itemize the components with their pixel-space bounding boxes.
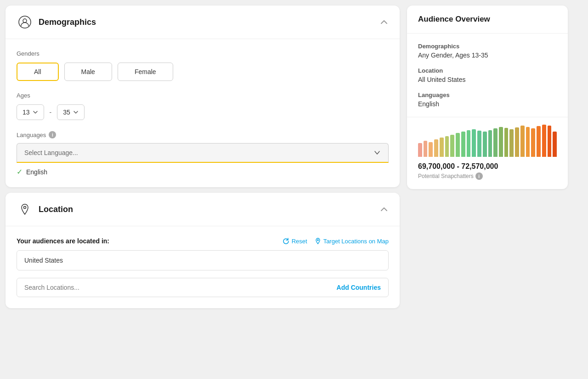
- languages-section: Languages i Select Language... ✓ English: [17, 131, 389, 176]
- chart-bar: [504, 128, 509, 157]
- search-location-wrapper[interactable]: Add Countries: [17, 278, 389, 297]
- chart-bar: [553, 132, 557, 157]
- audience-details: Demographics Any Gender, Ages 13-35 Loca…: [407, 34, 568, 117]
- svg-point-1: [23, 19, 27, 23]
- location-card: Location Your audiences are located in:: [6, 193, 400, 308]
- audience-location-value: All United States: [418, 76, 557, 83]
- chart-bar: [515, 127, 519, 157]
- demographics-header: Demographics: [6, 6, 400, 39]
- ages-row: 13 - 35: [17, 104, 389, 120]
- language-select-inner[interactable]: Select Language...: [17, 144, 388, 162]
- languages-label: Languages: [17, 132, 46, 138]
- location-header-left: Location: [17, 201, 73, 218]
- chart-bar: [548, 126, 552, 157]
- audience-location: Location All United States: [418, 67, 557, 83]
- chart-bar: [450, 135, 454, 157]
- age-min-value: 13: [23, 109, 30, 116]
- chart-bar: [477, 131, 481, 157]
- demographics-header-left: Demographics: [17, 14, 96, 30]
- audience-overview-header: Audience Overview: [407, 6, 568, 34]
- selected-language: English: [26, 168, 47, 176]
- language-chevron-icon: [373, 149, 381, 156]
- reset-icon: [283, 238, 289, 245]
- location-tag-us: United States: [24, 257, 63, 264]
- audience-overview-card: Audience Overview Demographics Any Gende…: [407, 6, 568, 189]
- chart-bar: [542, 125, 546, 157]
- audiences-header: Your audiences are located in: Reset: [17, 237, 389, 245]
- audience-demographics-label: Demographics: [418, 43, 557, 50]
- chart-bar: [418, 143, 422, 157]
- chart-bar: [483, 132, 487, 157]
- search-location-input[interactable]: [24, 284, 337, 291]
- demographics-collapse-btn[interactable]: [379, 17, 389, 27]
- right-column: Audience Overview Demographics Any Gende…: [407, 6, 568, 373]
- chart-info-icon[interactable]: i: [475, 172, 483, 180]
- svg-point-2: [24, 207, 26, 209]
- location-header: Location: [6, 193, 400, 226]
- reset-label: Reset: [292, 238, 307, 245]
- gender-female-btn[interactable]: Female: [118, 63, 173, 81]
- chart-bar: [461, 132, 465, 157]
- audience-languages-label: Languages: [418, 92, 557, 98]
- language-placeholder: Select Language...: [24, 149, 78, 156]
- demographics-title: Demographics: [39, 17, 96, 27]
- chart-bar: [526, 127, 530, 157]
- audience-demographics: Demographics Any Gender, Ages 13-35: [418, 43, 557, 59]
- map-pin-icon: [315, 238, 321, 244]
- chart-bar: [424, 141, 428, 157]
- left-column: Demographics Genders All Male Female Age…: [6, 6, 400, 373]
- chart-bar: [467, 130, 471, 157]
- chart-bar: [493, 128, 498, 157]
- chart-label: Potential Snapchatters i: [418, 172, 557, 180]
- reset-link[interactable]: Reset: [283, 238, 307, 245]
- chart-bar: [520, 126, 525, 157]
- chart-bar: [429, 142, 433, 157]
- audiences-label: Your audiences are located in:: [17, 237, 109, 245]
- language-select[interactable]: Select Language...: [17, 143, 389, 163]
- chart-bar: [434, 139, 438, 157]
- chart-bar: [509, 129, 514, 157]
- age-dash: -: [50, 109, 52, 116]
- chart-bar: [445, 136, 449, 157]
- demographics-card: Demographics Genders All Male Female Age…: [6, 6, 400, 187]
- age-max-select[interactable]: 35: [57, 104, 85, 120]
- chart-bar: [531, 128, 535, 157]
- location-icon: [17, 201, 33, 218]
- chart-bar: [537, 126, 541, 157]
- gender-all-btn[interactable]: All: [17, 63, 59, 81]
- add-countries-btn[interactable]: Add Countries: [337, 284, 381, 291]
- chart-bar: [488, 130, 492, 157]
- age-max-value: 35: [63, 109, 70, 116]
- target-map-label: Target Locations on Map: [323, 238, 389, 245]
- gender-buttons: All Male Female: [17, 63, 389, 81]
- languages-info-icon[interactable]: i: [49, 131, 56, 138]
- check-icon: ✓: [17, 167, 23, 176]
- ages-section: Ages 13 - 35: [17, 92, 389, 120]
- demographics-body: Genders All Male Female Ages 13 -: [6, 39, 400, 187]
- svg-point-0: [19, 16, 31, 28]
- location-tags: United States: [17, 250, 389, 270]
- target-map-link[interactable]: Target Locations on Map: [315, 238, 389, 245]
- audience-location-label: Location: [418, 67, 557, 74]
- audience-languages: Languages English: [418, 92, 557, 108]
- chart-bar: [456, 133, 460, 157]
- audience-languages-value: English: [418, 100, 557, 108]
- english-selected: ✓ English: [17, 167, 389, 176]
- location-title: Location: [39, 205, 73, 214]
- location-collapse-btn[interactable]: [379, 205, 389, 214]
- chart-bar: [472, 129, 476, 157]
- age-min-select[interactable]: 13: [17, 104, 44, 120]
- chart-range: 69,700,000 - 72,570,000: [418, 162, 557, 171]
- chart-section: 69,700,000 - 72,570,000 Potential Snapch…: [407, 117, 568, 189]
- audience-overview-title: Audience Overview: [418, 15, 557, 24]
- genders-label: Genders: [17, 50, 389, 57]
- location-body: Your audiences are located in: Reset: [6, 226, 400, 308]
- chart-bar: [440, 138, 444, 157]
- ages-label: Ages: [17, 92, 389, 99]
- chart-bars: [418, 125, 557, 157]
- languages-label-row: Languages i: [17, 131, 389, 138]
- chart-sublabel: Potential Snapchatters: [418, 173, 474, 179]
- audience-demographics-value: Any Gender, Ages 13-35: [418, 52, 557, 59]
- audiences-actions: Reset Target Locations on Map: [283, 238, 389, 245]
- gender-male-btn[interactable]: Male: [64, 63, 112, 81]
